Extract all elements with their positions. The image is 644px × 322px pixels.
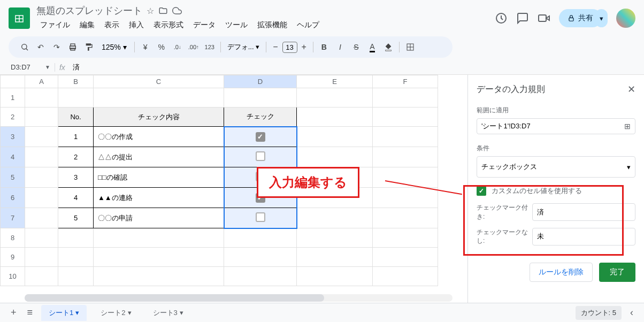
cell[interactable] — [373, 228, 438, 248]
font-family-select[interactable]: デフォ... ▾ — [224, 40, 263, 54]
zoom-select[interactable]: 125% ▾ — [97, 41, 131, 53]
print-icon[interactable] — [65, 40, 80, 55]
checkbox-cell[interactable] — [224, 208, 297, 228]
meet-icon[interactable] — [538, 12, 550, 25]
font-size-decrease[interactable]: − — [270, 41, 281, 53]
cell[interactable] — [58, 248, 94, 267]
delete-rule-button[interactable]: ルールを削除 — [530, 263, 593, 282]
table-cell-no[interactable]: 5 — [58, 208, 94, 228]
cell[interactable] — [373, 88, 438, 108]
apply-to-range-input[interactable] — [481, 122, 624, 131]
menu-insert[interactable]: 挿入 — [125, 18, 148, 32]
condition-select[interactable]: チェックボックス ▾ — [477, 156, 635, 178]
select-all-corner[interactable] — [1, 75, 25, 88]
strikethrough-button[interactable]: S — [349, 40, 364, 55]
cell[interactable] — [224, 248, 297, 267]
cell[interactable] — [373, 208, 438, 228]
cell[interactable] — [297, 108, 373, 127]
table-cell-content[interactable]: △△の提出 — [94, 147, 224, 167]
explore-button[interactable]: ‹ — [628, 305, 635, 320]
menu-format[interactable]: 表示形式 — [150, 18, 187, 32]
table-header-check[interactable]: チェック — [224, 108, 297, 127]
font-size-input[interactable] — [282, 42, 297, 53]
cell[interactable] — [58, 88, 94, 108]
custom-values-checkbox-row[interactable]: ✓ カスタムのセル値を使用する — [477, 186, 635, 196]
menu-data[interactable]: データ — [189, 18, 219, 32]
chevron-down-icon[interactable]: ▾ — [75, 309, 79, 317]
row-header-10[interactable]: 10 — [1, 267, 25, 286]
font-size-increase[interactable]: + — [298, 41, 310, 53]
column-header-f[interactable]: F — [373, 75, 438, 88]
sheet-tab-3[interactable]: シート3 ▾ — [145, 305, 191, 321]
cell[interactable] — [224, 228, 297, 248]
table-cell-content[interactable]: □□の確認 — [94, 167, 224, 188]
star-icon[interactable]: ☆ — [147, 6, 154, 16]
checkbox-cell[interactable] — [224, 127, 297, 147]
paint-format-icon[interactable] — [81, 40, 96, 55]
decrease-decimal-button[interactable]: .0↓ — [170, 40, 185, 55]
share-dropdown[interactable]: ▾ — [595, 9, 608, 27]
selection-count[interactable]: カウント: 5 — [576, 306, 622, 320]
cell[interactable] — [297, 267, 373, 286]
cell[interactable] — [373, 188, 438, 208]
sheets-logo[interactable] — [9, 7, 30, 29]
cell[interactable] — [94, 267, 224, 286]
cell[interactable] — [25, 248, 58, 267]
column-header-b[interactable]: B — [58, 75, 94, 88]
cell[interactable] — [25, 267, 58, 286]
done-button[interactable]: 完了 — [599, 263, 635, 282]
table-cell-no[interactable]: 3 — [58, 167, 94, 188]
menu-extensions[interactable]: 拡張機能 — [254, 18, 291, 32]
apply-to-range-input-wrap[interactable]: ⊞ — [477, 118, 635, 134]
row-header-1[interactable]: 1 — [1, 88, 25, 108]
cell[interactable] — [297, 127, 373, 147]
search-icon[interactable] — [17, 40, 32, 55]
cell[interactable] — [25, 208, 58, 228]
menu-view[interactable]: 表示 — [101, 18, 123, 32]
cell[interactable] — [94, 248, 224, 267]
table-header-no[interactable]: No. — [58, 108, 94, 127]
menu-edit[interactable]: 編集 — [76, 18, 98, 32]
name-box[interactable]: D3:D7 — [9, 62, 41, 72]
cell[interactable] — [224, 88, 297, 108]
row-header-9[interactable]: 9 — [1, 248, 25, 267]
column-header-e[interactable]: E — [297, 75, 373, 88]
close-icon[interactable]: ✕ — [627, 83, 635, 95]
menu-help[interactable]: ヘルプ — [293, 18, 323, 32]
cell[interactable] — [373, 147, 438, 167]
cell[interactable] — [297, 147, 373, 167]
all-sheets-button[interactable]: ≡ — [25, 305, 35, 320]
account-avatar[interactable] — [616, 9, 635, 28]
row-header-5[interactable]: 5 — [1, 167, 25, 188]
more-formats-button[interactable]: 123 — [202, 40, 217, 55]
row-header-7[interactable]: 7 — [1, 208, 25, 228]
italic-button[interactable]: I — [333, 40, 348, 55]
cell[interactable] — [25, 167, 58, 188]
cell[interactable] — [373, 248, 438, 267]
table-cell-no[interactable]: 2 — [58, 147, 94, 167]
cell[interactable] — [58, 267, 94, 286]
text-color-button[interactable]: A — [365, 40, 380, 55]
cell[interactable] — [297, 228, 373, 248]
redo-icon[interactable]: ↷ — [49, 40, 64, 55]
cell[interactable] — [25, 188, 58, 208]
menu-file[interactable]: ファイル — [36, 18, 74, 32]
table-cell-no[interactable]: 4 — [58, 188, 94, 208]
add-sheet-button[interactable]: + — [9, 305, 19, 320]
row-header-4[interactable]: 4 — [1, 147, 25, 167]
document-title[interactable]: 無題のスプレッドシート — [36, 4, 142, 17]
row-header-3[interactable]: 3 — [1, 127, 25, 147]
cell[interactable] — [297, 208, 373, 228]
row-header-8[interactable]: 8 — [1, 228, 25, 248]
cell[interactable] — [94, 228, 224, 248]
undo-icon[interactable]: ↶ — [33, 40, 48, 55]
chevron-down-icon[interactable]: ▾ — [180, 309, 183, 317]
sheet-tab-2[interactable]: シート2 ▾ — [93, 305, 139, 321]
column-header-c[interactable]: C — [94, 75, 224, 88]
table-cell-content[interactable]: 〇〇の作成 — [94, 127, 224, 147]
move-folder-icon[interactable] — [158, 6, 168, 16]
spreadsheet-grid[interactable]: A B C D E F 1 2 No. チェック内容 チェック 3 — [0, 75, 467, 306]
checkbox-cell[interactable] — [224, 147, 297, 167]
cloud-icon[interactable] — [172, 6, 182, 16]
column-header-a[interactable]: A — [25, 75, 58, 88]
